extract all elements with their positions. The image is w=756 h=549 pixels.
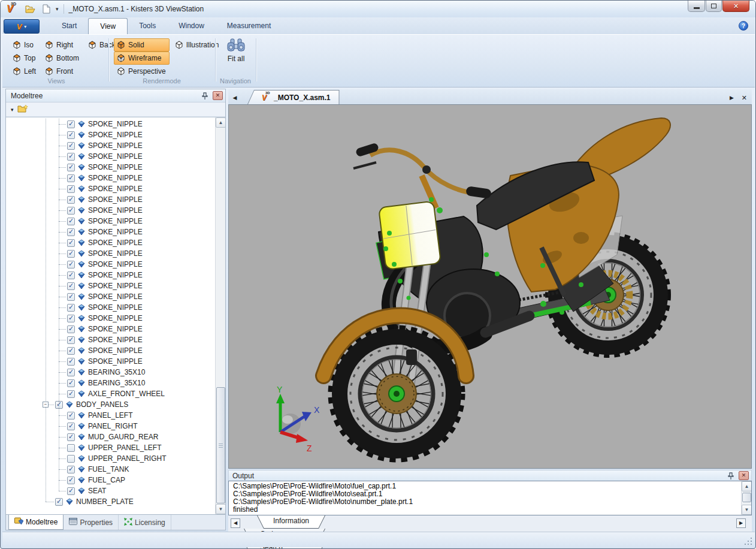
panel-tab-licensing[interactable]: Licensing xyxy=(119,515,171,530)
tree-scrollbar[interactable]: ▲ ▼ xyxy=(215,117,225,514)
tree-item[interactable]: − SPOKE_NIPPLE xyxy=(6,183,214,194)
output-tab-information[interactable]: Information xyxy=(257,515,325,529)
right-view-button[interactable]: Right xyxy=(42,38,83,52)
new-document-icon[interactable] xyxy=(40,4,52,14)
tree-checkbox[interactable] xyxy=(55,401,63,409)
tree-checkbox[interactable] xyxy=(67,174,75,182)
tree-checkbox[interactable] xyxy=(67,304,75,312)
tabstrip-right-arrow-icon[interactable]: ▶ xyxy=(730,95,734,101)
tree-item[interactable]: − AXLE_FRONT_WHEEL xyxy=(6,388,214,399)
front-view-button[interactable]: Front xyxy=(42,65,83,78)
tree-item[interactable]: − SPOKE_NIPPLE xyxy=(6,280,214,291)
minimize-button[interactable] xyxy=(688,1,705,12)
perspective-button[interactable]: Perspective xyxy=(114,65,170,78)
tree-checkbox[interactable] xyxy=(67,455,75,463)
maximize-button[interactable] xyxy=(706,1,722,12)
tree-checkbox[interactable] xyxy=(67,347,75,355)
top-view-button[interactable]: Top xyxy=(10,52,40,65)
output-scrollbar-thumb[interactable] xyxy=(742,493,751,502)
tree-checkbox[interactable] xyxy=(67,164,75,171)
tree-item[interactable]: − SPOKE_NIPPLE xyxy=(6,356,214,367)
modeltree-close-icon[interactable]: ✕ xyxy=(213,91,223,100)
tree-item[interactable]: − BODY_PANELS xyxy=(6,399,214,410)
output-close-icon[interactable]: ✕ xyxy=(739,471,749,480)
tree-item[interactable]: − MUD_GAURD_REAR xyxy=(6,432,214,442)
tree-checkbox[interactable] xyxy=(67,412,75,420)
tree-checkbox[interactable] xyxy=(67,358,75,366)
output-tabs-right-arrow-icon[interactable]: ▶ xyxy=(736,518,746,528)
tree-item[interactable]: − UPPER_PANEL_RIGHT xyxy=(6,453,214,464)
tree-item[interactable]: − SPOKE_NIPPLE xyxy=(6,129,214,140)
tree-item[interactable]: − SPOKE_NIPPLE xyxy=(6,162,214,173)
tree-item[interactable]: − SPOKE_NIPPLE xyxy=(6,248,214,259)
panel-tab-modeltree[interactable]: Modeltree xyxy=(8,515,63,530)
tree-checkbox[interactable] xyxy=(67,423,75,430)
tree-item[interactable]: − SPOKE_NIPPLE xyxy=(6,151,214,162)
tree-checkbox[interactable] xyxy=(67,153,75,161)
output-scroll-down-icon[interactable]: ▼ xyxy=(742,505,752,515)
fit-all-button[interactable]: Fit all xyxy=(220,37,252,63)
viewport-3d[interactable]: Y X Z xyxy=(228,104,752,469)
tree-checkbox[interactable] xyxy=(67,142,75,150)
tree-item[interactable]: − SEAT xyxy=(6,485,214,496)
scroll-up-icon[interactable]: ▲ xyxy=(216,117,225,128)
tree-item[interactable]: − SPOKE_NIPPLE xyxy=(6,237,214,248)
tree-item[interactable]: − PANEL_LEFT xyxy=(6,410,214,421)
tree-checkbox[interactable] xyxy=(67,196,75,204)
tree-checkbox[interactable] xyxy=(67,239,75,247)
tree-item[interactable]: − FUEL_CAP xyxy=(6,475,214,485)
tree-item[interactable]: − SPOKE_NIPPLE xyxy=(6,216,214,227)
tree-item[interactable]: − SPOKE_NIPPLE xyxy=(6,291,214,302)
help-icon[interactable]: ? xyxy=(739,21,748,31)
tree-item[interactable]: − PANEL_RIGHT xyxy=(6,421,214,432)
tree-checkbox[interactable] xyxy=(55,498,63,506)
tree-checkbox[interactable] xyxy=(67,218,75,225)
close-button[interactable]: ✕ xyxy=(722,1,749,12)
tree-checkbox[interactable] xyxy=(67,390,75,398)
tree-checkbox[interactable] xyxy=(67,131,75,139)
tree-item[interactable]: − SPOKE_NIPPLE xyxy=(6,119,214,129)
tree-checkbox[interactable] xyxy=(67,272,75,279)
output-console[interactable]: C:\Samples\ProE\ProE-Wildfire\Moto\fuel_… xyxy=(228,481,752,515)
left-view-button[interactable]: Left xyxy=(10,65,40,78)
tree-item[interactable]: − SPOKE_NIPPLE xyxy=(6,140,214,151)
resize-grip[interactable] xyxy=(745,537,752,545)
tree-item[interactable]: − SPOKE_NIPPLE xyxy=(6,259,214,270)
tabstrip-left-arrow-icon[interactable]: ◀ xyxy=(231,95,239,101)
tree-checkbox[interactable] xyxy=(67,379,75,387)
tree-checkbox[interactable] xyxy=(67,250,75,258)
iso-view-button[interactable]: Iso xyxy=(10,38,40,52)
tree-item[interactable]: − SPOKE_NIPPLE xyxy=(6,302,214,313)
menu-tab-tools[interactable]: Tools xyxy=(128,18,167,34)
tree-item[interactable]: − SPOKE_NIPPLE xyxy=(6,205,214,216)
output-scrollbar[interactable]: ▲ ▼ xyxy=(741,481,751,515)
tree-item[interactable]: − SPOKE_NIPPLE xyxy=(6,194,214,205)
tree-checkbox[interactable] xyxy=(67,185,75,193)
document-tab[interactable]: 3DV _MOTO_X.asm.1 xyxy=(247,90,340,104)
tree-item[interactable]: − NUMBER_PLATE xyxy=(6,496,214,507)
scroll-down-icon[interactable]: ▼ xyxy=(216,504,225,514)
tree-scrollbar-thumb[interactable] xyxy=(216,387,225,503)
output-pin-icon[interactable] xyxy=(727,472,735,480)
tree-checkbox[interactable] xyxy=(67,228,75,236)
tree-checkbox[interactable] xyxy=(67,487,75,495)
tree-checkbox[interactable] xyxy=(67,369,75,376)
tree-item[interactable]: − BEARING_35X10 xyxy=(6,378,214,388)
tree-checkbox[interactable] xyxy=(67,444,75,452)
tree-checkbox[interactable] xyxy=(67,476,75,484)
bottom-view-button[interactable]: Bottom xyxy=(42,52,83,65)
tree-checkbox[interactable] xyxy=(67,293,75,301)
wireframe-button[interactable]: Wireframe xyxy=(114,52,170,65)
menu-tab-view[interactable]: View xyxy=(88,18,128,34)
new-folder-icon[interactable] xyxy=(17,104,28,114)
tree-checkbox[interactable] xyxy=(67,433,75,441)
menu-tab-measurement[interactable]: Measurement xyxy=(216,18,282,34)
tree-checkbox[interactable] xyxy=(67,466,75,473)
menu-tab-start[interactable]: Start xyxy=(50,18,88,34)
pin-icon[interactable] xyxy=(201,92,209,100)
tree-item[interactable]: − SPOKE_NIPPLE xyxy=(6,173,214,183)
panel-tab-properties[interactable]: Properties xyxy=(63,515,119,530)
tree-item[interactable]: − SPOKE_NIPPLE xyxy=(6,270,214,280)
tree-item[interactable]: − FUEL_TANK xyxy=(6,464,214,475)
tree-item[interactable]: − SPOKE_NIPPLE xyxy=(6,227,214,237)
